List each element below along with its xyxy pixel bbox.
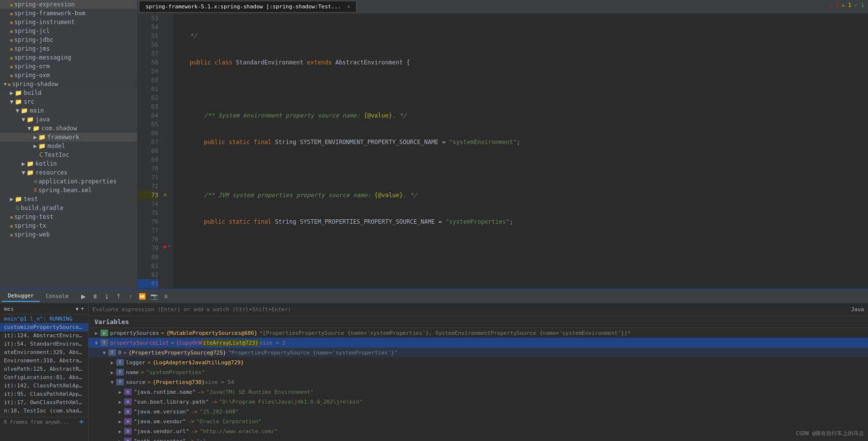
var-icon-f-logger: f [116,359,124,366]
debug-btn-pause[interactable]: ⏸ [90,292,100,301]
debug-btn-step-out[interactable]: ↑ [125,292,135,301]
var-item-sun-boot-library-path[interactable]: ▶ m "sun.boot.library.path" -> "D:\Progr… [89,397,868,407]
sidebar-item-resources[interactable]: ▼ 📁 resources [0,168,137,177]
sidebar-item-java[interactable]: ▼ 📁 java [0,115,137,124]
ok-indicator: ✓ 1 [854,2,864,8]
sidebar-item-spring-jms[interactable]: ◼ spring-jms [0,44,137,53]
sidebar-item-src[interactable]: ▼ 📁 src [0,97,137,106]
sidebar-item-spring-expression[interactable]: ◼ spring-expression [0,0,137,9]
frame-item-3[interactable]: ateEnvironment:329, AbstractApp [0,348,88,356]
var-icon-m-2: m [124,408,132,415]
debug-btn-run-cursor[interactable]: ⏩ [137,292,147,301]
code-line-55 [177,85,864,93]
java-lang-label: Java [851,306,865,313]
var-item-name[interactable]: ▶ f name = "systemProperties" [89,367,868,377]
sidebar-item-model[interactable]: ▶ 📁 model [0,142,137,150]
debug-btn-camera[interactable]: 📷 [149,292,159,301]
sidebar-item-spring-instrument[interactable]: ◼ spring-instrument [0,18,137,27]
var-item-java-vm-version[interactable]: ▶ m "java.vm.version" -> "25.202-b08" [89,407,868,416]
frames-add-btn[interactable]: + [81,305,84,312]
sidebar-item-kotlin[interactable]: ▶ 📁 kotlin [0,159,137,168]
sidebar-item-main[interactable]: ▼ 📁 main [0,106,137,115]
var-item-propertysourcelist[interactable]: ▼ f propertySourceList = {CopyOnWiteArra… [89,338,868,348]
tab-close-button[interactable]: × [347,4,350,9]
tab-debugger[interactable]: Debugger [2,291,40,302]
sidebar-item-test[interactable]: ▶ 📁 test [0,195,137,204]
var-item-0[interactable]: ▼ f 0 = {PropertiesPropertySource@725} "… [89,348,868,357]
code-line-58 [177,164,864,173]
top-section: ◼ spring-expression ◼ spring-framework-b… [0,0,868,289]
var-item-source[interactable]: ▼ f source = {Properties@730} size = 54 [89,377,868,387]
var-item-java-vm-vendor[interactable]: ▶ m "java.vm.vendor" -> "Oracle Corporat… [89,416,868,426]
var-icon-f-source: f [116,379,124,385]
var-icon-m-4: m [124,428,132,435]
warning-count: ⚠ 1 [841,2,851,8]
var-item-logger[interactable]: ▶ f logger = {LogAdapter$JavaUtilLog@729… [89,357,868,367]
frame-item-6[interactable]: ConfigLocations:81, AbstractRef [0,373,88,382]
status-indicators: ⚠ 1 ⚠ 1 ✓ 1 [829,2,864,8]
sidebar-item-spring-test[interactable]: ◼ spring-test [0,212,137,221]
debug-btn-settings[interactable]: ≡ [161,292,171,301]
sidebar[interactable]: ◼ spring-expression ◼ spring-framework-b… [0,0,138,289]
sidebar-item-application-properties[interactable]: ≡ application.properties [0,177,137,186]
frame-item-8[interactable]: it):95, ClassPathXmlApplicationC [0,390,88,398]
sidebar-item-spring-jcl[interactable]: ◼ spring-jcl [0,27,137,35]
frame-item-5[interactable]: olvePath:125, AbstractRefreshab [0,365,88,373]
bottom-tabs: Debugger Console ▶ ⏸ ⤓ ⤒ ↑ ⏩ 📷 ≡ [0,290,868,303]
frames-panel: mes ▼ + main"@1 l_n": RUNNING customizeP… [0,303,89,441]
error-count: ⚠ 1 [829,2,838,8]
code-area[interactable]: */ public class StandardEnvironment exte… [173,14,868,289]
variables-header: Variables [89,316,868,328]
editor-tab-main[interactable]: spring-framework-5.1.x:spring-shadow [:s… [140,1,357,12]
sidebar-item-spring-jdbc[interactable]: ◼ spring-jdbc [0,35,137,44]
frame-item-4[interactable]: Environment:318, AbstractApplic [0,356,88,365]
debug-btn-step-over[interactable]: ⤓ [102,292,112,301]
sidebar-item-spring-orm[interactable]: ◼ spring-orm [0,62,137,71]
sidebar-item-spring-web[interactable]: ◼ spring-web [0,230,137,239]
bottom-panel: Debugger Console ▶ ⏸ ⤓ ⤒ ↑ ⏩ 📷 ≡ mes ▼ [0,289,868,441]
frames-footer: 0 frames from anywh... 👁 [0,417,88,427]
frame-item-0[interactable]: customizePropertySources:82, Stand... [0,323,88,331]
var-icon-f-name: f [116,369,124,376]
variables-panel: Java Variables ▶ p propertySources = {Mu… [89,303,868,441]
tab-console[interactable]: Console [40,291,74,301]
var-icon-m-0: m [124,388,132,395]
code-line-54: public class StandardEnvironment extends… [177,58,864,67]
var-icon-m-3: m [124,418,132,425]
sidebar-item-testioc[interactable]: C TestIoc [0,150,137,159]
editor-area: spring-framework-5.1.x:spring-shadow [:s… [138,0,868,289]
sidebar-item-framework[interactable]: ▶ 📁 framework [0,133,137,142]
sidebar-item-spring-tx[interactable]: ◼ spring-tx [0,221,137,230]
frame-item-10[interactable]: n:18, TestIoc (com.shadow) [0,407,88,415]
frame-item-1[interactable]: it):124, AbstractEnvironment (... [0,331,88,340]
var-item-java-vendor-url[interactable]: ▶ m "java.vendor.url" -> "http://www.ora… [89,426,868,436]
frame-item-7[interactable]: it):142, ClassPathXmlApplication [0,382,88,390]
frame-item-9[interactable]: it):17, OwnClassPathXmlApplicati [0,398,88,407]
line-numbers: 53545556 57585960 61626364 65666768 6970… [138,14,162,289]
sidebar-item-build[interactable]: ▶ 📁 build [0,88,137,97]
sidebar-item-spring-messaging[interactable]: ◼ spring-messaging [0,53,137,62]
frame-item-2[interactable]: it):54, StandardEnvironment ( [0,340,88,348]
watch-area: Java [89,303,868,316]
sidebar-item-spring-oxm[interactable]: ◼ spring-oxm [0,71,137,80]
thread-item[interactable]: main"@1 l_n": RUNNING [0,315,88,323]
frames-eye-btn[interactable]: 👁 [79,419,84,425]
var-item-path-separator[interactable]: ▶ m "path.separator" -> ";" [89,436,868,441]
editor-tabs: spring-framework-5.1.x:spring-shadow [:s… [138,0,868,14]
debug-btn-step-into[interactable]: ⤒ [114,292,123,301]
var-icon-f-1: f [108,349,116,356]
var-icon-f-0: f [100,339,108,346]
sidebar-item-com-shadow[interactable]: ▼ 📁 com.shadow [0,124,137,133]
code-line-59: /** JVM system properties property sourc… [177,191,864,200]
var-item-java-runtime-name[interactable]: ▶ m "java.runtime.name" -> "Java(TM) SE … [89,387,868,397]
code-line-57: public static final String SYSTEM_ENVIRO… [177,138,864,147]
var-icon-p: p [100,329,108,336]
sidebar-item-spring-shadow[interactable]: ▼ ◼ spring-shadow [0,80,137,88]
frames-filter-btn[interactable]: ▼ [76,306,79,312]
sidebar-item-spring-bean-xml[interactable]: X spring.bean.xml [0,186,137,195]
watch-input[interactable] [92,305,835,314]
sidebar-item-spring-framework-bom[interactable]: ◼ spring-framework-bom [0,9,137,18]
debug-btn-resume[interactable]: ▶ [78,292,88,301]
var-item-propertysources[interactable]: ▶ p propertySources = {MutablePropertySo… [89,328,868,338]
sidebar-item-build-gradle[interactable]: G build.gradle [0,204,137,212]
